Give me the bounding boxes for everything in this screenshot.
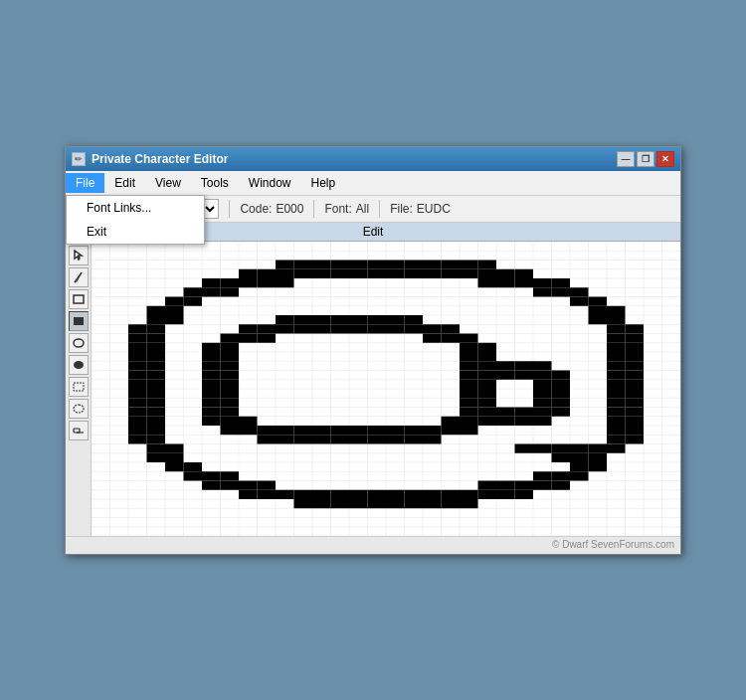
window-controls: — ❐ ✕ bbox=[617, 151, 674, 167]
close-button[interactable]: ✕ bbox=[656, 151, 674, 167]
svg-rect-4 bbox=[74, 295, 84, 303]
svg-point-7 bbox=[74, 361, 84, 369]
file-dropdown: Font Links... Exit bbox=[66, 195, 205, 245]
canvas-area[interactable] bbox=[92, 242, 680, 536]
window-title: Private Character Editor bbox=[92, 152, 228, 166]
tool-pencil[interactable] bbox=[69, 267, 89, 287]
svg-rect-8 bbox=[74, 383, 84, 391]
tool-ellipse-fill[interactable] bbox=[69, 355, 89, 375]
tools-panel bbox=[66, 242, 92, 536]
window-icon: ✏ bbox=[72, 152, 86, 166]
menu-help[interactable]: Help bbox=[301, 173, 346, 193]
status-site: SevenForums.com bbox=[591, 539, 674, 552]
svg-point-6 bbox=[74, 339, 84, 347]
file-label: File: bbox=[390, 202, 413, 216]
code-label: Code: bbox=[240, 202, 272, 216]
menu-tools[interactable]: Tools bbox=[191, 173, 239, 193]
menu-font-links[interactable]: Font Links... bbox=[67, 196, 204, 220]
font-group: Font: All bbox=[324, 202, 369, 216]
toolbar-sep-1 bbox=[229, 200, 230, 218]
font-label: Font: bbox=[324, 202, 351, 216]
svg-rect-9 bbox=[74, 429, 80, 433]
tool-lasso[interactable] bbox=[69, 399, 89, 419]
main-area bbox=[66, 242, 680, 536]
pixel-canvas[interactable] bbox=[92, 242, 680, 536]
tool-ellipse-outline[interactable] bbox=[69, 333, 89, 353]
tool-rect-fill[interactable] bbox=[69, 311, 89, 331]
tool-selection[interactable] bbox=[69, 377, 89, 397]
menu-exit[interactable]: Exit bbox=[67, 220, 204, 244]
code-group: Code: E000 bbox=[240, 202, 303, 216]
tool-freeform[interactable] bbox=[69, 246, 89, 265]
status-copyright: © Dwarf bbox=[552, 539, 588, 552]
font-value: All bbox=[356, 202, 369, 216]
code-value: E000 bbox=[276, 202, 303, 216]
svg-line-3 bbox=[77, 272, 82, 281]
status-bar: © Dwarf SevenForums.com bbox=[66, 536, 680, 554]
toolbar-sep-2 bbox=[313, 200, 314, 218]
file-value: EUDC bbox=[417, 202, 451, 216]
tool-eraser[interactable] bbox=[69, 421, 89, 440]
menu-bar: File Edit View Tools Window Help Font Li… bbox=[66, 171, 680, 196]
title-bar: ✏ Private Character Editor — ❐ ✕ bbox=[66, 147, 680, 171]
tool-rect-outline[interactable] bbox=[69, 289, 89, 309]
file-group: File: EUDC bbox=[390, 202, 451, 216]
svg-rect-5 bbox=[74, 317, 84, 325]
menu-window[interactable]: Window bbox=[239, 173, 301, 193]
menu-edit[interactable]: Edit bbox=[104, 173, 145, 193]
minimize-button[interactable]: — bbox=[617, 151, 635, 167]
menu-file[interactable]: File bbox=[66, 173, 104, 193]
restore-button[interactable]: ❐ bbox=[637, 151, 654, 167]
main-window: ✏ Private Character Editor — ❐ ✕ File Ed… bbox=[65, 146, 681, 555]
toolbar-sep-3 bbox=[379, 200, 380, 218]
menu-view[interactable]: View bbox=[145, 173, 191, 193]
